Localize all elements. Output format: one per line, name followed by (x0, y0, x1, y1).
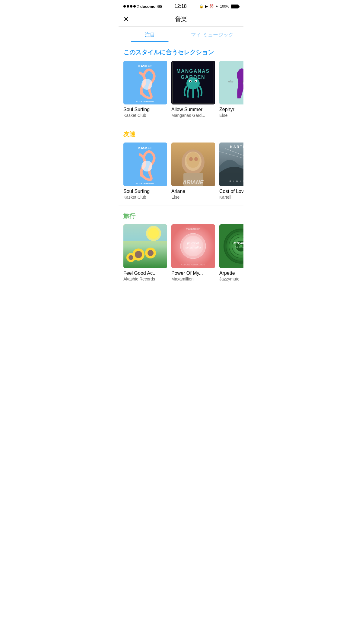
album-power-of-my[interactable]: maxamillion power of my maladies CLEOPAT… (171, 224, 215, 281)
section-style: このスタイルに合うセレクション KASKET SOUL SURFING Soul… (119, 42, 243, 124)
svg-text:ARIANE: ARIANE (182, 179, 204, 185)
album-title-power-of-my: Power Of My... (171, 271, 215, 276)
album-artist-power-of-my: Maxamillion (171, 277, 215, 281)
svg-point-33 (189, 157, 193, 161)
header: ✕ 音楽 (119, 12, 243, 27)
album-zephyr[interactable]: ZEPHYR else Zephyr Else (219, 61, 243, 118)
album-cover-soul-surfing: KASKET SOUL SURFING (123, 61, 167, 104)
close-button[interactable]: ✕ (123, 15, 129, 23)
svg-point-27 (141, 161, 152, 171)
album-artist-soul-surfing: Kasket Club (123, 113, 167, 118)
status-time: 12:18 (175, 4, 187, 9)
album-artist-feel-good: Akashic Records (123, 277, 167, 281)
album-ariane[interactable]: ARIANE Ariane Else (171, 143, 215, 200)
svg-text:SOUL SURFING: SOUL SURFING (136, 100, 154, 103)
lock-icon: 🔒 (199, 4, 204, 8)
svg-text:Quintet swing: Quintet swing (235, 246, 243, 248)
svg-text:maxamillion: maxamillion (186, 227, 200, 230)
carrier-label: docomo (140, 4, 156, 9)
svg-text:KARTELL: KARTELL (230, 145, 243, 149)
section-friends: 友達 KASKET SOUL SURFING Soul Surfing Kask… (119, 124, 243, 206)
album-soul-surfing-2[interactable]: KASKET SOUL SURFING Soul Surfing Kasket … (123, 143, 167, 200)
dot2 (127, 5, 129, 8)
album-artist-allow-summer: Manganas Gard... (171, 113, 215, 118)
album-title-arpette: Arpette (219, 271, 243, 276)
album-arpette[interactable]: Jazzymuce Quintet swing Arpette Jazzymut… (219, 224, 243, 281)
album-cover-ariane: ARIANE (171, 143, 215, 186)
section-style-title: このスタイルに合うセレクション (119, 48, 243, 61)
section-friends-albums: KASKET SOUL SURFING Soul Surfing Kasket … (119, 143, 243, 206)
album-title-allow-summer: Allow Summer (171, 107, 215, 112)
album-cover-zephyr: ZEPHYR else (219, 61, 243, 104)
album-artist-arpette: Jazzymute (219, 277, 243, 281)
album-cover-feel-good (123, 224, 167, 268)
album-title-ariane: Ariane (171, 189, 215, 194)
svg-point-53 (148, 228, 159, 239)
dot4 (133, 5, 136, 8)
svg-point-50 (129, 255, 133, 260)
svg-text:else: else (228, 80, 233, 83)
header-title: 音楽 (175, 15, 187, 23)
signal-dots (123, 5, 139, 8)
svg-text:R I V I E R A: R I V I E R A (230, 180, 243, 183)
album-title-soul-surfing: Soul Surfing (123, 107, 167, 112)
album-title-zephyr: Zephyr (219, 107, 243, 112)
album-cover-power-of-my: maxamillion power of my maladies CLEOPAT… (171, 224, 215, 268)
svg-text:power of: power of (187, 241, 200, 245)
svg-point-34 (194, 157, 198, 161)
tab-bar: 注目 マイ ミュージック (119, 27, 243, 42)
album-allow-summer[interactable]: MANGANAS GARDEN Allow Summer M (171, 61, 215, 118)
section-travel: 旅行 (119, 206, 243, 287)
location-icon: ▶ (205, 4, 208, 8)
battery-fill (231, 5, 238, 8)
album-artist-soul-surfing-2: Kasket Club (123, 195, 167, 200)
section-travel-title: 旅行 (119, 212, 243, 224)
svg-point-11 (195, 81, 196, 82)
svg-point-10 (190, 81, 191, 82)
status-left: docomo 4G (123, 4, 162, 9)
album-artist-cost-of-love: Kartell (219, 195, 243, 200)
svg-text:KASKET: KASKET (138, 146, 152, 150)
album-title-soul-surfing-2: Soul Surfing (123, 189, 167, 194)
bluetooth-icon: ✦ (215, 4, 218, 8)
battery-icon (231, 5, 239, 8)
svg-text:KASKET: KASKET (138, 64, 152, 68)
svg-point-2 (141, 79, 152, 90)
tab-featured[interactable]: 注目 (119, 27, 181, 42)
album-artist-zephyr: Else (219, 113, 243, 118)
album-cover-cost-of-love: KARTELL R I V I E R A (219, 143, 243, 186)
section-friends-title: 友達 (119, 130, 243, 143)
network-label: 4G (157, 4, 162, 9)
dot5 (137, 5, 139, 8)
svg-text:ZEPHYR: ZEPHYR (242, 81, 243, 84)
dot1 (123, 5, 126, 8)
album-title-feel-good: Feel Good Ac... (123, 271, 167, 276)
album-feel-good[interactable]: Feel Good Ac... Akashic Records (123, 224, 167, 281)
svg-text:GARDEN: GARDEN (181, 75, 205, 80)
album-artist-ariane: Else (171, 195, 215, 200)
svg-text:Jazzymuce: Jazzymuce (233, 242, 243, 245)
svg-text:CLEOPATRA RECORDS: CLEOPATRA RECORDS (181, 264, 205, 266)
status-right: 🔒 ▶ ⏰ ✦ 100% (199, 4, 239, 8)
album-title-cost-of-love: Cost of Love (219, 189, 243, 194)
album-cover-arpette: Jazzymuce Quintet swing (219, 224, 243, 268)
status-bar: docomo 4G 12:18 🔒 ▶ ⏰ ✦ 100% (119, 0, 243, 12)
battery-percent: 100% (220, 4, 229, 8)
svg-point-46 (135, 251, 142, 258)
svg-text:my maladies: my maladies (185, 245, 201, 249)
album-soul-surfing[interactable]: KASKET SOUL SURFING Soul Surfing Kasket … (123, 61, 167, 118)
album-cover-allow-summer: MANGANAS GARDEN (171, 61, 215, 104)
alarm-icon: ⏰ (209, 4, 214, 8)
album-cost-of-love[interactable]: KARTELL R I V I E R A Cost of Love Karte… (219, 143, 243, 200)
section-travel-albums: Feel Good Ac... Akashic Records (119, 224, 243, 287)
svg-text:MANGANAS: MANGANAS (176, 69, 210, 74)
dot3 (130, 5, 132, 8)
svg-point-48 (148, 250, 154, 256)
album-cover-soul-surfing-2: KASKET SOUL SURFING (123, 143, 167, 186)
section-style-albums: KASKET SOUL SURFING Soul Surfing Kasket … (119, 61, 243, 124)
tab-my-music[interactable]: マイ ミュージック (181, 27, 243, 42)
svg-text:SOUL SURFING: SOUL SURFING (136, 182, 154, 185)
